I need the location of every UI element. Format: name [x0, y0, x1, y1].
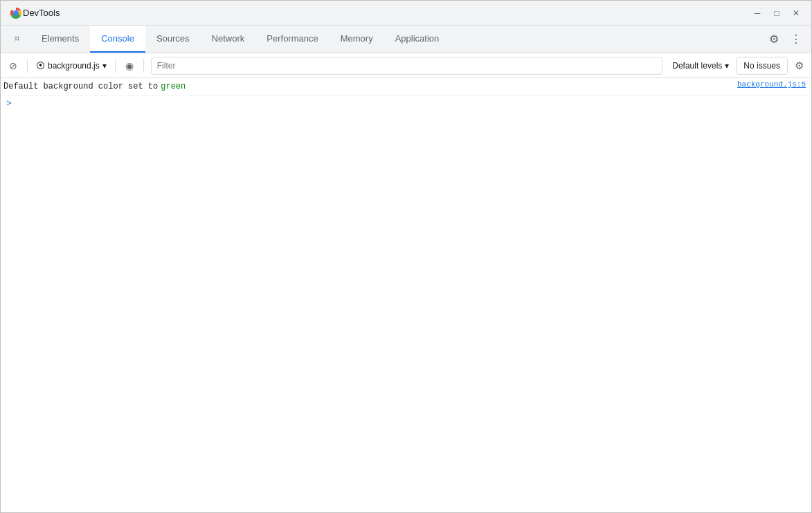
log-value: green [161, 80, 186, 93]
console-content: Default background color set to green ba… [1, 78, 811, 513]
console-settings-button[interactable]: ⚙ [789, 56, 809, 75]
app-title: DevTools [23, 8, 750, 18]
no-issues-label: No issues [743, 61, 780, 71]
tab-sources[interactable]: Sources [145, 26, 201, 53]
levels-chevron-icon: ▾ [725, 61, 729, 71]
console-log-text: Default background color set to green [3, 80, 732, 93]
console-toolbar: ⊘ ⦿ background.js ▾ ◉ Default levels ▾ N… [1, 53, 811, 78]
more-icon: ⋮ [791, 33, 802, 46]
no-issues-button[interactable]: No issues [736, 57, 788, 75]
context-label: background.js [48, 61, 100, 71]
eye-button[interactable]: ◉ [120, 56, 139, 75]
close-button[interactable]: ✕ [789, 6, 803, 20]
prompt-arrow: > [6, 98, 12, 109]
toolbar-divider-1 [27, 59, 28, 73]
tabs-bar: ⌗ Elements Console Sources Network Perfo… [1, 26, 811, 53]
tab-memory[interactable]: Memory [330, 26, 384, 53]
tab-console[interactable]: Console [90, 26, 145, 53]
eye-icon: ◉ [125, 60, 134, 71]
clear-console-button[interactable]: ⊘ [3, 56, 23, 75]
tab-application[interactable]: Application [384, 26, 451, 53]
titlebar: DevTools ─ □ ✕ [1, 1, 811, 26]
tab-elements[interactable]: Elements [30, 26, 90, 53]
settings-button[interactable]: ⚙ [764, 30, 784, 49]
log-prefix: Default background color set to [3, 80, 158, 93]
tab-network[interactable]: Network [201, 26, 256, 53]
tabs-spacer [450, 26, 759, 53]
tab-performance[interactable]: Performance [255, 26, 329, 53]
filter-input[interactable] [151, 57, 663, 75]
context-chevron-icon: ▾ [102, 61, 107, 71]
console-prompt-row: > [1, 96, 811, 111]
default-levels-button[interactable]: Default levels ▾ [667, 57, 734, 75]
maximize-button[interactable]: □ [770, 6, 784, 20]
tabs-actions: ⚙ ⋮ [759, 26, 811, 53]
default-levels-label: Default levels [672, 61, 722, 71]
context-selector-button[interactable]: ⦿ background.js ▾ [32, 57, 111, 75]
log-source-link[interactable]: background.js:5 [732, 80, 806, 89]
window-controls: ─ □ ✕ [750, 6, 803, 20]
toolbar-divider-3 [143, 59, 144, 73]
console-gear-icon: ⚙ [795, 60, 804, 72]
sidebar-icon: ⌗ [15, 33, 19, 44]
svg-point-1 [14, 10, 19, 15]
console-log-row: Default background color set to green ba… [1, 78, 811, 96]
filter-wrap [151, 57, 663, 75]
toolbar-divider-2 [115, 59, 116, 73]
more-options-button[interactable]: ⋮ [786, 30, 806, 49]
minimize-button[interactable]: ─ [750, 6, 764, 20]
clear-icon: ⊘ [9, 60, 17, 71]
tab-sidebar[interactable]: ⌗ [3, 26, 30, 53]
chrome-logo-icon [9, 6, 23, 20]
gear-icon: ⚙ [769, 33, 779, 46]
context-icon: ⦿ [36, 60, 45, 71]
